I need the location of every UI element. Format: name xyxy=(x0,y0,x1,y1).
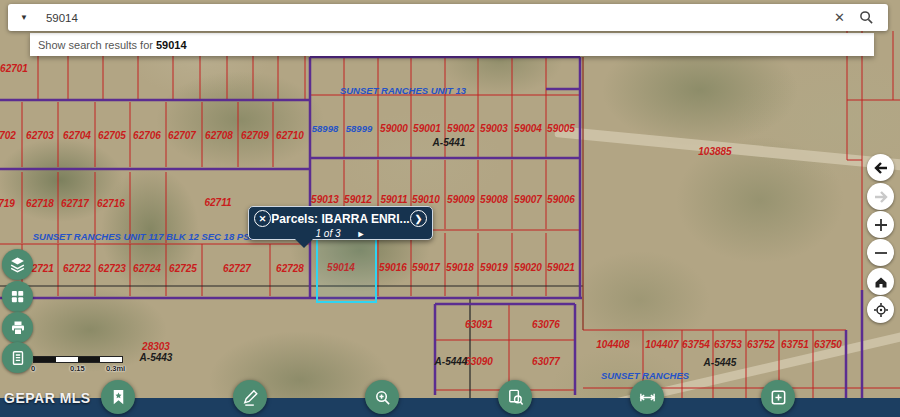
back-button[interactable] xyxy=(867,154,894,181)
parcel-results-popup: ✕ Parcels: IBARRA ENRI... ❯ 1 of 3 ► xyxy=(248,206,433,240)
magnifier-icon xyxy=(859,10,874,25)
popup-close-icon[interactable]: ✕ xyxy=(254,210,271,227)
suggestion-term: 59014 xyxy=(156,39,187,51)
printer-icon xyxy=(10,320,26,336)
home-button[interactable] xyxy=(867,268,894,295)
layers-button[interactable] xyxy=(2,249,33,280)
search-bar: ▼ ✕ xyxy=(8,4,888,31)
layers-icon xyxy=(9,256,26,273)
locate-button[interactable] xyxy=(867,296,894,323)
arrow-right-icon xyxy=(873,189,889,205)
search-icon[interactable] xyxy=(859,10,874,25)
bookmark-star-icon xyxy=(109,388,128,407)
bookmark-button[interactable] xyxy=(101,380,135,414)
form-list-button[interactable] xyxy=(2,342,33,373)
popup-play-icon[interactable]: ► xyxy=(357,229,366,239)
draw-button[interactable] xyxy=(233,380,267,414)
grid-icon xyxy=(10,289,25,304)
popup-next-icon[interactable]: ❯ xyxy=(410,210,427,227)
search-area-button[interactable] xyxy=(365,380,399,414)
map-viewer-window: 6270162702627036270462705627066270762708… xyxy=(0,0,900,417)
scale-tick: 0 xyxy=(31,364,35,373)
measure-icon xyxy=(638,388,657,407)
search-input[interactable] xyxy=(44,11,834,25)
plus-square-icon xyxy=(769,388,788,407)
parcel-search-button[interactable] xyxy=(498,380,532,414)
arrow-left-icon xyxy=(873,160,889,176)
suggestion-text: Show search results for xyxy=(38,39,153,51)
forward-button[interactable] xyxy=(867,183,894,210)
crosshair-icon xyxy=(873,302,889,318)
apps-grid-button[interactable] xyxy=(2,281,33,312)
add-button[interactable] xyxy=(761,380,795,414)
form-list-icon xyxy=(10,350,26,366)
scale-tick: 0.15 xyxy=(70,364,85,373)
dirt-road xyxy=(554,126,900,172)
plus-icon xyxy=(873,217,889,233)
measure-button[interactable] xyxy=(630,380,664,414)
scale-bar xyxy=(33,356,123,363)
popup-pager: 1 of 3 xyxy=(316,228,341,239)
popup-title: Parcels: IBARRA ENRI... xyxy=(271,212,410,226)
gepar-mls-watermark: GEPAR MLS xyxy=(4,390,91,406)
dropdown-caret-icon[interactable]: ▼ xyxy=(20,13,28,22)
zoom-in-button[interactable] xyxy=(867,211,894,238)
satellite-map[interactable] xyxy=(0,0,900,417)
home-icon xyxy=(873,274,889,290)
print-button[interactable] xyxy=(2,312,33,343)
selected-parcel-highlight[interactable] xyxy=(316,233,377,303)
document-search-icon xyxy=(506,388,525,407)
search-plus-icon xyxy=(373,388,392,407)
search-suggestion[interactable]: Show search results for 59014 xyxy=(30,33,874,56)
scale-tick: 0.3mi xyxy=(106,364,125,373)
minus-icon xyxy=(873,245,889,261)
pencil-icon xyxy=(241,388,260,407)
clear-search-icon[interactable]: ✕ xyxy=(834,11,845,24)
zoom-out-button[interactable] xyxy=(867,239,894,266)
